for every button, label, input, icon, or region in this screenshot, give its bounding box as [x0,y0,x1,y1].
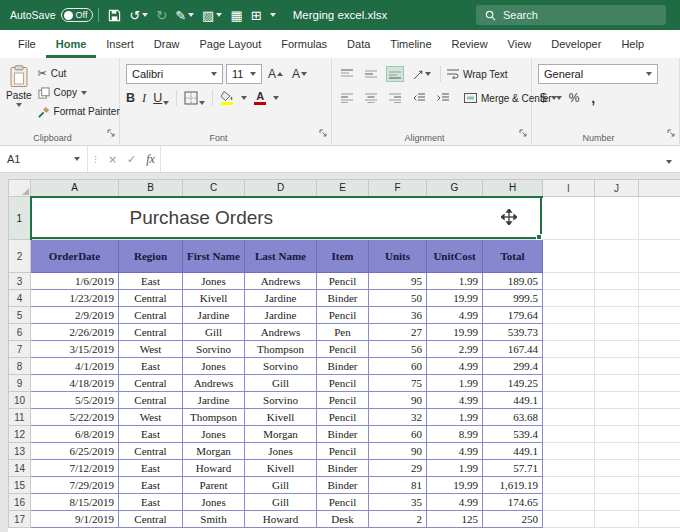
select-all-button[interactable] [9,180,31,197]
font-size-select[interactable]: 11 [226,64,262,84]
cell-F16[interactable]: 35 [369,494,427,511]
cell-J2[interactable] [595,240,639,273]
cell-D17[interactable]: Howard [245,511,317,528]
cell-B3[interactable]: East [119,273,183,290]
cell-F9[interactable]: 75 [369,375,427,392]
cell-C17[interactable]: Smith [183,511,245,528]
cell-J11[interactable] [595,409,639,426]
row-header-2[interactable]: 2 [9,240,31,273]
cell-E9[interactable]: Pencil [317,375,369,392]
cell-J8[interactable] [595,358,639,375]
cell-H12[interactable]: 539.4 [483,426,543,443]
cell-F10[interactable]: 90 [369,392,427,409]
cell-E5[interactable]: Pencil [317,307,369,324]
cell-H13[interactable]: 449.1 [483,443,543,460]
cell-A13[interactable]: 6/25/2019 [31,443,119,460]
cell-J3[interactable] [595,273,639,290]
enter-button[interactable]: ✓ [122,153,141,166]
cell-C10[interactable]: Jardine [183,392,245,409]
tab-insert[interactable]: Insert [96,30,144,58]
cell-H4[interactable]: 999.5 [483,290,543,307]
cell-E8[interactable]: Binder [317,358,369,375]
cell-D3[interactable]: Andrews [245,273,317,290]
cell-C2[interactable]: First Name [183,240,245,273]
cell-G4[interactable]: 19.99 [427,290,483,307]
row-header-1[interactable]: 1 [9,197,31,240]
cell-C4[interactable]: Kivell [183,290,245,307]
column-header-H[interactable]: H [483,180,543,197]
column-header-I[interactable]: I [543,180,595,197]
row-header-9[interactable]: 9 [9,375,31,392]
cell-H15[interactable]: 1,619.19 [483,477,543,494]
cell-F8[interactable]: 60 [369,358,427,375]
accounting-format-button[interactable]: $ [540,91,557,105]
qat-table-button[interactable]: ▦ [226,4,246,26]
cell-I7[interactable] [543,341,595,358]
cell-B16[interactable]: East [119,494,183,511]
row-header-12[interactable]: 12 [9,426,31,443]
clipboard-dialog-launcher[interactable] [107,124,116,142]
align-center-button[interactable] [362,90,380,106]
bottom-align-button[interactable] [386,66,404,82]
cell-B5[interactable]: Central [119,307,183,324]
cell-A10[interactable]: 5/5/2019 [31,392,119,409]
cell-D12[interactable]: Morgan [245,426,317,443]
cell-E10[interactable]: Pencil [317,392,369,409]
cell-I3[interactable] [543,273,595,290]
cell-C14[interactable]: Howard [183,460,245,477]
cell-G8[interactable]: 4.99 [427,358,483,375]
row-header-5[interactable]: 5 [9,307,31,324]
tab-timeline[interactable]: Timeline [380,30,441,58]
cell-E2[interactable]: Item [317,240,369,273]
save-button[interactable] [104,4,125,26]
cell-I8[interactable] [543,358,595,375]
autosave-toggle[interactable]: AutoSave Off [10,8,93,22]
cell-E11[interactable]: Pencil [317,409,369,426]
row-header-10[interactable]: 10 [9,392,31,409]
underline-button[interactable]: U [153,91,169,105]
cell-I1[interactable] [543,197,595,240]
cell-B14[interactable]: East [119,460,183,477]
formula-bar-expand-button[interactable] [658,150,680,168]
tab-page-layout[interactable]: Page Layout [189,30,271,58]
cell-C7[interactable]: Sorvino [183,341,245,358]
borders-button[interactable] [184,91,205,105]
cell-A5[interactable]: 2/9/2019 [31,307,119,324]
cell-E4[interactable]: Binder [317,290,369,307]
qat-borders-button[interactable]: ⊞ [247,4,266,26]
increase-font-size-button[interactable]: A [265,66,286,82]
cell-B8[interactable]: East [119,358,183,375]
cell-H6[interactable]: 539.73 [483,324,543,341]
cell-F3[interactable]: 95 [369,273,427,290]
bold-button[interactable]: B [126,91,135,105]
cut-button[interactable]: ✂ Cut [38,66,120,81]
cell-D14[interactable]: Kivell [245,460,317,477]
italic-button[interactable]: I [142,91,146,106]
paste-dropdown-caret[interactable] [16,103,22,107]
middle-align-button[interactable] [362,66,380,82]
cell-G3[interactable]: 1.99 [427,273,483,290]
cell-J10[interactable] [595,392,639,409]
cell-C13[interactable]: Morgan [183,443,245,460]
redo-button[interactable]: ↻ [152,4,171,26]
cell-D7[interactable]: Thompson [245,341,317,358]
cell-G9[interactable]: 1.99 [427,375,483,392]
cell-J16[interactable] [595,494,639,511]
cell-G16[interactable]: 4.99 [427,494,483,511]
cell-J4[interactable] [595,290,639,307]
cell-E17[interactable]: Desk [317,511,369,528]
cell-H16[interactable]: 174.65 [483,494,543,511]
cell-F14[interactable]: 29 [369,460,427,477]
cell-I16[interactable] [543,494,595,511]
tab-review[interactable]: Review [442,30,498,58]
cell-I4[interactable] [543,290,595,307]
cell-G11[interactable]: 1.99 [427,409,483,426]
cell-H17[interactable]: 250 [483,511,543,528]
cell-H9[interactable]: 149.25 [483,375,543,392]
cell-E7[interactable]: Pencil [317,341,369,358]
cell-C9[interactable]: Andrews [183,375,245,392]
cell-F5[interactable]: 36 [369,307,427,324]
name-box[interactable]: A1 [0,146,88,172]
font-dialog-launcher[interactable] [319,124,328,142]
cell-D15[interactable]: Gill [245,477,317,494]
